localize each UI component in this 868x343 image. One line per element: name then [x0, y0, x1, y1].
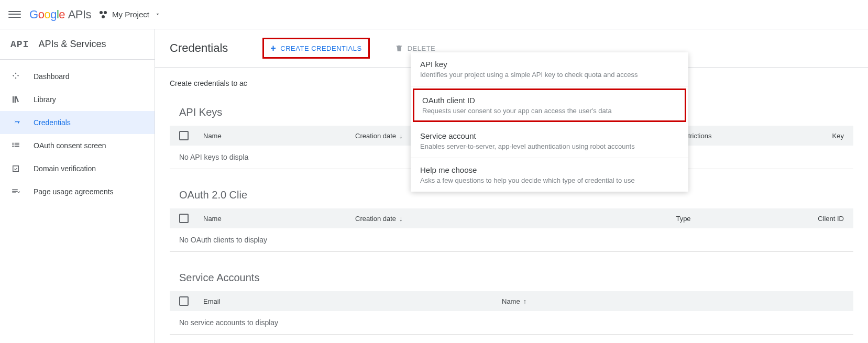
service-accounts-section: Service Accounts Email Name↑ No service …	[170, 268, 853, 335]
sidebar-header: API APIs & Services	[0, 29, 155, 60]
sidebar: API APIs & Services Dashboard Library Cr…	[0, 29, 155, 343]
sidebar-item-label: OAuth consent screen	[34, 141, 106, 150]
col-client-id[interactable]: Client ID	[792, 215, 844, 223]
dropdown-item-service-account[interactable]: Service account Enables server-to-server…	[411, 124, 688, 158]
dropdown-item-oauth-client[interactable]: OAuth client ID Requests user consent so…	[413, 88, 686, 122]
sidebar-item-domain-verification[interactable]: Domain verification	[0, 157, 155, 180]
google-apis-logo[interactable]: Google APIs	[29, 8, 91, 21]
col-name[interactable]: Name	[203, 215, 355, 223]
dropdown-item-help-choose[interactable]: Help me choose Asks a few questions to h…	[411, 158, 688, 192]
create-credentials-dropdown: API key Identifies your project using a …	[411, 52, 688, 192]
col-key[interactable]: Key	[812, 132, 844, 140]
sidebar-item-page-usage[interactable]: Page usage agreements	[0, 180, 155, 203]
col-type[interactable]: Type	[575, 215, 792, 223]
sidebar-item-label: Domain verification	[34, 164, 96, 173]
library-icon	[10, 94, 21, 105]
api-icon: API	[10, 39, 29, 50]
col-creation-date[interactable]: Creation date↓	[355, 215, 575, 223]
empty-state: No OAuth clients to display	[170, 228, 853, 252]
sidebar-title: APIs & Services	[38, 39, 106, 50]
main-content: Credentials + CREATE CREDENTIALS DELETE …	[155, 29, 868, 343]
page-title: Credentials	[170, 41, 228, 55]
create-credentials-button[interactable]: + CREATE CREDENTIALS	[262, 38, 369, 59]
empty-state: No service accounts to display	[170, 311, 853, 335]
col-name[interactable]: Name	[203, 132, 355, 140]
sidebar-item-label: Library	[34, 95, 56, 104]
table-header: Name Creation date↓ Type Client ID	[170, 208, 853, 228]
sidebar-item-oauth-consent[interactable]: OAuth consent screen	[0, 134, 155, 157]
table-header: Email Name↑	[170, 291, 853, 311]
select-all-checkbox[interactable]	[179, 296, 189, 306]
project-name: My Project	[112, 10, 149, 19]
sidebar-item-label: Dashboard	[34, 72, 70, 81]
menu-icon[interactable]	[8, 8, 21, 21]
project-icon	[98, 10, 108, 19]
project-selector[interactable]: My Project	[98, 10, 161, 19]
sidebar-item-label: Page usage agreements	[34, 187, 114, 196]
dropdown-item-api-key[interactable]: API key Identifies your project using a …	[411, 52, 688, 86]
agreements-icon	[10, 186, 21, 197]
consent-icon	[10, 140, 21, 151]
col-email[interactable]: Email	[203, 297, 502, 305]
top-bar: Google APIs My Project	[0, 0, 868, 29]
sidebar-item-credentials[interactable]: Credentials	[0, 111, 155, 134]
dashboard-icon	[10, 71, 21, 82]
sidebar-item-library[interactable]: Library	[0, 88, 155, 111]
sort-down-icon: ↓	[399, 132, 403, 140]
sidebar-item-label: Credentials	[34, 118, 71, 127]
select-all-checkbox[interactable]	[179, 214, 189, 223]
trash-icon	[395, 44, 403, 52]
sort-down-icon: ↓	[399, 215, 403, 223]
section-title: Service Accounts	[170, 268, 853, 291]
oauth-clients-section: OAuth 2.0 Clie Name Creation date↓ Type …	[170, 185, 853, 252]
verify-icon	[10, 163, 21, 174]
caret-down-icon	[155, 10, 161, 19]
select-all-checkbox[interactable]	[179, 131, 189, 140]
key-icon	[10, 117, 21, 128]
sidebar-item-dashboard[interactable]: Dashboard	[0, 65, 155, 88]
col-name[interactable]: Name↑	[502, 297, 844, 305]
sort-up-icon: ↑	[523, 297, 527, 305]
plus-icon: +	[270, 43, 276, 53]
